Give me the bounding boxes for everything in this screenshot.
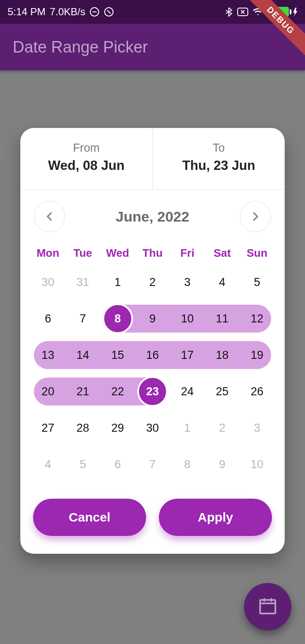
day-cell[interactable]: 15 <box>100 337 135 373</box>
day-cell[interactable]: 21 <box>65 373 100 410</box>
status-net-speed: 7.0KB/s <box>50 6 85 18</box>
day-cell[interactable]: 19 <box>240 337 274 373</box>
day-cell[interactable]: 22 <box>100 373 135 410</box>
day-number: 4 <box>219 276 225 289</box>
day-number: 31 <box>76 276 89 289</box>
day-cell: 6 <box>100 446 135 483</box>
day-number: 9 <box>219 458 225 471</box>
prev-month-button[interactable] <box>34 201 65 232</box>
to-label: To <box>157 142 281 155</box>
day-cell: 9 <box>205 446 239 483</box>
day-cell[interactable]: 3 <box>170 264 205 300</box>
app-bar: Date Range Picker <box>0 24 305 70</box>
date-range-dialog: From Wed, 08 Jun To Thu, 23 Jun June, 20… <box>20 128 285 554</box>
day-number: 17 <box>181 349 194 362</box>
day-cell: 3 <box>240 410 274 446</box>
day-number: 18 <box>216 349 229 362</box>
day-cell[interactable]: 23 <box>135 373 170 410</box>
day-number: 27 <box>42 422 54 435</box>
day-cell[interactable]: 26 <box>240 373 274 410</box>
day-number: 6 <box>45 312 51 325</box>
day-cell[interactable]: 16 <box>135 337 170 373</box>
day-number: 19 <box>251 349 263 362</box>
day-number: 7 <box>80 312 86 325</box>
day-number: 2 <box>219 422 225 435</box>
day-number: 22 <box>111 385 124 398</box>
weekday-row: MonTueWedThuFriSatSun <box>20 242 285 264</box>
day-cell: 4 <box>30 446 65 483</box>
day-number: 14 <box>76 349 89 362</box>
day-cell[interactable]: 6 <box>30 300 65 337</box>
day-number: 10 <box>251 458 263 471</box>
status-time: 5:14 PM <box>8 6 45 18</box>
day-number: 29 <box>111 422 124 435</box>
weekday-label: Fri <box>170 242 205 264</box>
day-number: 6 <box>114 458 121 471</box>
weekday-label: Mon <box>30 242 65 264</box>
wifi-icon <box>252 8 263 16</box>
day-number: 28 <box>76 422 89 435</box>
day-cell[interactable]: 12 <box>240 300 274 337</box>
cancel-button[interactable]: Cancel <box>33 499 146 536</box>
from-date: Wed, 08 Jun <box>25 158 148 173</box>
weekday-label: Sat <box>205 242 239 264</box>
day-cell[interactable]: 25 <box>205 373 239 410</box>
weekday-label: Wed <box>100 242 135 264</box>
days-grid: 3031123456789101112131415161718192021222… <box>20 264 285 488</box>
day-cell[interactable]: 18 <box>205 337 239 373</box>
day-number: 24 <box>181 385 194 398</box>
day-cell[interactable]: 5 <box>240 264 274 300</box>
day-number: 7 <box>149 458 155 471</box>
day-number: 30 <box>146 422 159 435</box>
day-cell[interactable]: 29 <box>100 410 135 446</box>
day-cell[interactable]: 20 <box>30 373 65 410</box>
day-cell[interactable]: 28 <box>65 410 100 446</box>
to-header[interactable]: To Thu, 23 Jun <box>153 128 285 189</box>
apply-button[interactable]: Apply <box>159 499 272 536</box>
day-cell[interactable]: 17 <box>170 337 205 373</box>
day-cell[interactable]: 24 <box>170 373 205 410</box>
day-cell[interactable]: 8 <box>100 300 135 337</box>
from-header[interactable]: From Wed, 08 Jun <box>20 128 153 189</box>
day-cell[interactable]: 10 <box>170 300 205 337</box>
weekday-label: Thu <box>135 242 170 264</box>
day-number: 30 <box>42 276 54 289</box>
day-number: 3 <box>184 276 191 289</box>
status-bar: 5:14 PM 7.0KB/s 100 <box>0 0 305 24</box>
month-title: June, 2022 <box>116 208 189 225</box>
day-cell[interactable]: 4 <box>205 264 239 300</box>
svg-rect-3 <box>260 600 275 613</box>
day-cell[interactable]: 27 <box>30 410 65 446</box>
day-number: 8 <box>184 458 191 471</box>
auto-rotate-off-icon <box>104 7 114 17</box>
from-label: From <box>25 142 148 155</box>
day-number: 3 <box>254 422 260 435</box>
day-cell[interactable]: 14 <box>65 337 100 373</box>
day-number: 9 <box>149 312 155 325</box>
day-cell: 30 <box>30 264 65 300</box>
day-cell[interactable]: 9 <box>135 300 170 337</box>
day-cell: 8 <box>170 446 205 483</box>
day-cell[interactable]: 1 <box>100 264 135 300</box>
close-box-icon <box>237 8 248 16</box>
day-cell[interactable]: 13 <box>30 337 65 373</box>
bluetooth-icon <box>225 7 233 17</box>
day-number: 16 <box>146 349 159 362</box>
fab-open-picker[interactable] <box>244 583 291 630</box>
day-cell[interactable]: 11 <box>205 300 239 337</box>
day-cell[interactable]: 2 <box>135 264 170 300</box>
range-header: From Wed, 08 Jun To Thu, 23 Jun <box>20 128 285 190</box>
day-number: 5 <box>254 276 260 289</box>
calendar-icon <box>258 596 278 618</box>
day-cell[interactable]: 7 <box>65 300 100 337</box>
to-date: Thu, 23 Jun <box>157 158 281 173</box>
day-number: 1 <box>184 422 191 435</box>
next-month-button[interactable] <box>240 201 271 232</box>
day-cell: 1 <box>170 410 205 446</box>
battery-icon: 100 <box>268 7 297 17</box>
day-cell: 7 <box>135 446 170 483</box>
day-cell[interactable]: 30 <box>135 410 170 446</box>
battery-level: 100 <box>268 7 289 17</box>
day-cell: 31 <box>65 264 100 300</box>
day-number: 21 <box>76 385 89 398</box>
